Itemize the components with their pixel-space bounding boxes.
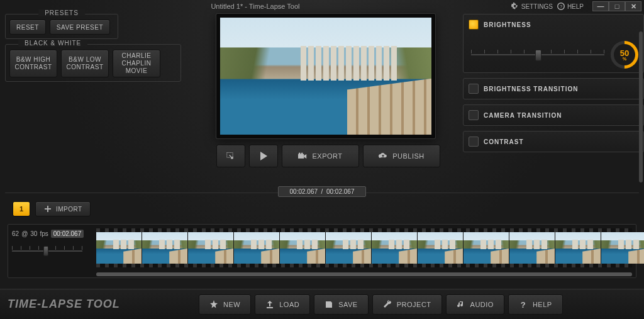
preview-frame	[216, 14, 435, 138]
brightness-dial[interactable]: 50 %	[611, 41, 638, 69]
thumbnail[interactable]	[326, 232, 371, 264]
plus-icon	[43, 204, 52, 213]
filmstrip[interactable]	[96, 228, 632, 267]
help-link[interactable]: ? HELP	[557, 2, 584, 11]
presets-legend: PRESETS	[38, 9, 85, 16]
fullscreen-icon	[226, 152, 235, 160]
time-total: 00:02.067	[326, 188, 355, 195]
svg-point-5	[301, 153, 303, 155]
preset-chaplin[interactable]: CHARLIE CHAPLIN MOVIE	[113, 50, 160, 77]
new-button[interactable]: NEW	[199, 294, 251, 315]
thumbnail[interactable]	[509, 232, 555, 264]
preview-image	[220, 18, 431, 135]
camera-transition-label: CAMERA TRANSITION	[484, 112, 562, 119]
title-bar: Untitled 1* - Time-Lapse Tool SETTINGS ?…	[0, 0, 644, 13]
audio-button[interactable]: AUDIO	[446, 294, 504, 315]
frame-count: 62	[12, 230, 19, 237]
cloud-upload-icon	[379, 152, 387, 160]
note-icon	[457, 300, 465, 309]
preview-area: EXPORT PUBLISH	[216, 14, 440, 167]
frames-row	[96, 232, 632, 264]
thumbnail[interactable]	[464, 232, 509, 264]
svg-rect-3	[298, 154, 304, 159]
import-button[interactable]: IMPORT	[35, 201, 91, 216]
reset-button[interactable]: RESET	[9, 20, 46, 35]
help-label: HELP	[567, 3, 584, 10]
export-label: EXPORT	[312, 152, 342, 160]
thumbnail[interactable]	[234, 232, 279, 264]
brightness-slider-thumb[interactable]	[535, 50, 541, 61]
brightness-prop[interactable]: BRIGHTNESS 50 %	[463, 14, 644, 73]
time-display: 00:02.067 / 00:02.067	[0, 186, 644, 197]
bw-group: BLACK & WHITE B&W HIGH CONTRAST B&W LOW …	[5, 44, 181, 82]
contrast-label: CONTRAST	[484, 138, 524, 145]
effects-scrollbar[interactable]	[639, 31, 643, 182]
project-button[interactable]: PROJECT	[372, 294, 442, 315]
play-button[interactable]	[249, 145, 278, 167]
contrast-prop[interactable]: CONTRAST	[463, 131, 644, 152]
fps-readout: 62 @ 30 fps 00:02.067	[12, 230, 87, 238]
fullscreen-button[interactable]	[216, 145, 245, 167]
duration-value: 00:02.067	[51, 230, 84, 238]
star-icon	[209, 300, 218, 309]
import-label: IMPORT	[56, 206, 82, 213]
timeline-scrollbar[interactable]	[96, 272, 632, 276]
camera-transition-prop[interactable]: CAMERA TRANSITION	[463, 104, 644, 126]
thumbnail[interactable]	[601, 232, 644, 264]
preset-bw-low[interactable]: B&W LOW CONTRAST	[61, 50, 109, 77]
save-label: SAVE	[338, 301, 358, 308]
publish-button[interactable]: PUBLISH	[363, 145, 440, 167]
thumbnail[interactable]	[188, 232, 233, 264]
footer-help-button[interactable]: ? HELP	[508, 294, 563, 315]
speed-slider[interactable]	[12, 243, 87, 259]
sequence-bar: 1 IMPORT	[13, 201, 91, 216]
thumbnail[interactable]	[418, 232, 463, 264]
thumbnail[interactable]	[96, 232, 142, 264]
camera-transition-checkbox[interactable]	[469, 110, 479, 120]
save-button[interactable]: SAVE	[314, 294, 369, 315]
new-label: NEW	[223, 301, 240, 308]
thumbnail[interactable]	[280, 232, 325, 264]
brightness-transition-prop[interactable]: BRIGHTNESS TRANSITION	[463, 78, 644, 99]
footer-buttons: NEW LOAD SAVE PROJECT AUDIO ? HELP	[125, 294, 636, 315]
fps-value: 30	[30, 230, 37, 237]
contrast-checkbox[interactable]	[469, 137, 479, 147]
bw-legend: BLACK & WHITE	[18, 40, 87, 47]
close-button[interactable]: ✕	[625, 1, 641, 11]
settings-link[interactable]: SETTINGS	[511, 2, 553, 11]
footer: TIME-LAPSE TOOL NEW LOAD SAVE PROJECT AU…	[0, 289, 644, 319]
preset-bw-high[interactable]: B&W HIGH CONTRAST	[9, 50, 57, 77]
upload-icon	[265, 300, 274, 309]
film-perforation-bottom	[96, 264, 632, 267]
question-icon: ?	[519, 300, 528, 309]
load-label: LOAD	[279, 301, 299, 308]
brightness-slider[interactable]	[471, 47, 604, 62]
thumbnail[interactable]	[555, 232, 601, 264]
speed-slider-thumb[interactable]	[43, 246, 48, 256]
preview-controls: EXPORT PUBLISH	[216, 145, 440, 167]
time-current: 00:02.067	[290, 188, 318, 195]
camera-icon	[298, 152, 307, 160]
brightness-label: BRIGHTNESS	[484, 21, 531, 28]
timeline-info: 62 @ 30 fps 00:02.067	[8, 225, 91, 277]
brightness-transition-label: BRIGHTNESS TRANSITION	[484, 86, 578, 92]
presets-group: PRESETS RESET SAVE PRESET	[5, 14, 118, 39]
svg-point-4	[299, 153, 301, 155]
minimize-button[interactable]: —	[592, 1, 609, 11]
window-controls: — □ ✕	[592, 1, 641, 11]
save-preset-button[interactable]: SAVE PRESET	[50, 20, 110, 35]
effects-panel: BRIGHTNESS 50 % BRIGHTNESS TRANSITION CA…	[463, 14, 644, 157]
thumbnail[interactable]	[372, 232, 417, 264]
app-logo: TIME-LAPSE TOOL	[8, 298, 120, 311]
export-button[interactable]: EXPORT	[282, 145, 359, 167]
project-label: PROJECT	[397, 301, 431, 308]
brightness-unit: %	[623, 57, 626, 61]
load-button[interactable]: LOAD	[255, 294, 310, 315]
thumbnail[interactable]	[142, 232, 187, 264]
maximize-button[interactable]: □	[609, 1, 625, 11]
timeline: 62 @ 30 fps 00:02.067	[8, 224, 636, 278]
wrench-icon	[383, 300, 392, 309]
brightness-transition-checkbox[interactable]	[469, 84, 479, 94]
brightness-checkbox[interactable]	[469, 20, 479, 30]
sequence-tab-1[interactable]: 1	[13, 201, 30, 216]
